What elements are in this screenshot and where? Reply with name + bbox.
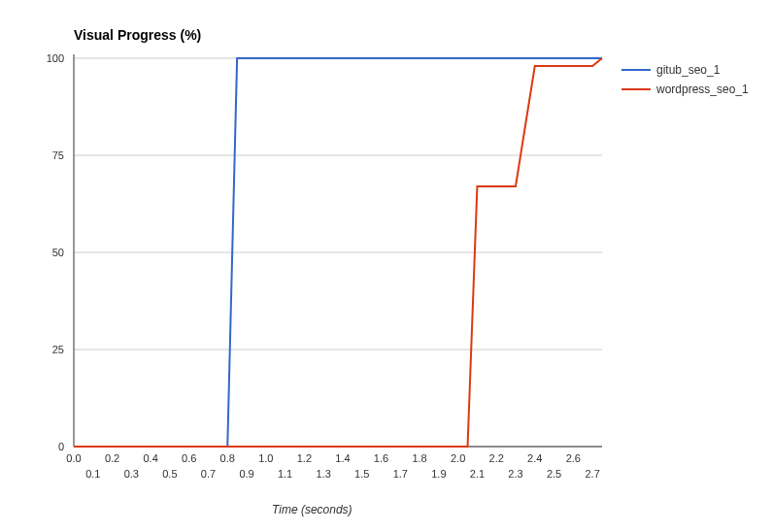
x-tick-label: 0.6 (182, 452, 196, 464)
y-tick-label: 50 (52, 247, 64, 258)
x-tick-label: 0.5 (162, 468, 177, 480)
x-tick-label: 2.7 (585, 468, 599, 480)
legend-label: gitub_seo_1 (656, 63, 721, 77)
legend-label: wordpress_seo_1 (655, 83, 749, 96)
x-tick-label: 0.9 (239, 468, 253, 480)
x-tick-label: 0.4 (143, 452, 157, 464)
x-tick-label: 1.7 (393, 468, 408, 480)
x-tick-label: 0.7 (201, 468, 216, 480)
x-tick-label: 2.0 (451, 452, 465, 464)
x-tick-label: 0.2 (105, 452, 119, 464)
x-tick-label: 0.0 (66, 452, 81, 464)
y-tick-label: 100 (47, 52, 64, 64)
x-tick-label: 1.4 (335, 452, 350, 464)
legend: gitub_seo_1wordpress_seo_1 (621, 63, 749, 96)
x-tick-label: 2.1 (470, 468, 485, 480)
chart-title: Visual Progress (%) (74, 27, 201, 43)
chart-container: Visual Progress (%) 02550751000.00.10.20… (0, 0, 772, 532)
x-tick-label: 1.9 (431, 468, 446, 480)
chart-svg: 02550751000.00.10.20.30.40.50.60.70.80.9… (0, 0, 772, 532)
x-tick-label: 2.3 (508, 468, 522, 480)
x-tick-label: 2.4 (527, 452, 542, 464)
x-tick-label: 1.1 (278, 468, 292, 480)
x-tick-label: 2.6 (566, 452, 581, 464)
x-tick-label: 1.3 (317, 468, 331, 480)
x-tick-label: 1.6 (374, 452, 388, 464)
y-tick-label: 0 (58, 441, 64, 452)
x-tick-label: 2.5 (547, 468, 561, 480)
x-tick-label: 1.2 (297, 452, 312, 464)
x-tick-label: 1.5 (354, 468, 369, 480)
plot-area: 02550751000.00.10.20.30.40.50.60.70.80.9… (47, 52, 602, 480)
y-tick-label: 25 (52, 344, 64, 355)
x-tick-label: 2.2 (489, 452, 504, 464)
x-tick-label: 0.3 (124, 468, 139, 480)
x-axis-label: Time (seconds) (272, 503, 352, 516)
x-tick-label: 0.1 (85, 468, 100, 480)
x-tick-label: 1.8 (412, 452, 426, 464)
y-tick-label: 75 (52, 150, 64, 161)
x-tick-label: 1.0 (258, 452, 273, 464)
x-tick-label: 0.8 (220, 452, 235, 464)
